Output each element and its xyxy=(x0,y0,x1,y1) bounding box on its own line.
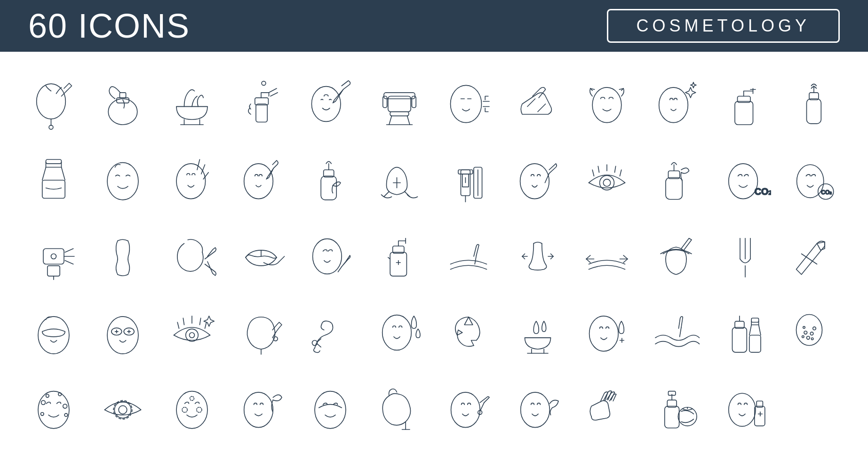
lotion-pump-icon xyxy=(711,66,780,142)
face-eye-mask-icon xyxy=(19,294,88,371)
svg-line-64 xyxy=(620,170,621,176)
laser-device-icon xyxy=(19,218,88,294)
svg-point-146 xyxy=(197,407,202,413)
perfume-bottle-icon xyxy=(88,66,157,142)
svg-line-108 xyxy=(205,322,206,328)
svg-point-136 xyxy=(63,404,67,408)
product-set-icon xyxy=(711,294,780,371)
svg-rect-161 xyxy=(755,406,765,426)
medical-dispenser-icon xyxy=(365,218,434,294)
face-cream-application-icon xyxy=(503,371,573,447)
svg-rect-119 xyxy=(733,327,747,352)
header: 60 ICONS COSMETOLOGY xyxy=(0,0,868,52)
svg-point-134 xyxy=(38,391,69,429)
svg-point-57 xyxy=(520,164,549,199)
face-natural-treatment-icon xyxy=(226,371,295,447)
eyelash-extension-icon xyxy=(573,142,642,218)
face-makeup-brush-icon xyxy=(295,66,365,142)
svg-line-107 xyxy=(199,318,200,325)
svg-point-94 xyxy=(38,317,69,354)
svg-point-139 xyxy=(46,394,49,397)
face-cucumber-mask-icon xyxy=(88,294,157,371)
dropper-bottle-icon xyxy=(780,66,849,142)
svg-point-38 xyxy=(176,164,206,199)
svg-point-78 xyxy=(312,239,342,274)
nose-reshape-icon xyxy=(503,218,573,294)
svg-point-131 xyxy=(803,326,805,328)
hands-cream-icon xyxy=(573,371,642,447)
svg-rect-30 xyxy=(807,99,821,124)
svg-line-39 xyxy=(197,159,200,170)
svg-point-128 xyxy=(811,332,814,335)
svg-rect-73 xyxy=(43,249,64,264)
svg-point-70 xyxy=(797,165,824,198)
svg-point-151 xyxy=(451,392,480,428)
face-pores-spots-icon xyxy=(157,371,226,447)
svg-rect-74 xyxy=(47,266,59,276)
svg-point-76 xyxy=(51,254,56,259)
svg-point-145 xyxy=(182,407,187,413)
eye-lash-sparkle-icon xyxy=(157,294,226,371)
svg-point-102 xyxy=(185,329,198,341)
svg-point-148 xyxy=(244,392,273,428)
face-reduction-icon xyxy=(434,66,503,142)
face-acupuncture-icon xyxy=(157,142,226,218)
svg-rect-16 xyxy=(390,112,409,116)
face-sleep-mask-icon xyxy=(295,371,365,447)
svg-rect-154 xyxy=(665,406,679,428)
svg-point-13 xyxy=(311,87,341,122)
face-moisturizing-icon xyxy=(365,294,434,371)
svg-point-137 xyxy=(40,413,44,416)
lip-filler-icon xyxy=(226,218,295,294)
spa-bowl-icon xyxy=(157,66,226,142)
svg-point-129 xyxy=(807,336,810,340)
svg-point-144 xyxy=(176,391,207,429)
svg-line-105 xyxy=(183,318,184,325)
svg-rect-65 xyxy=(666,178,682,199)
svg-point-142 xyxy=(119,405,127,414)
svg-point-95 xyxy=(107,317,138,354)
face-injection-icon xyxy=(503,142,573,218)
svg-rect-21 xyxy=(412,96,416,108)
svg-line-77 xyxy=(279,256,284,262)
face-acne-icon xyxy=(19,371,88,447)
barber-chair-icon xyxy=(365,66,434,142)
svg-point-22 xyxy=(451,85,482,122)
skin-filler-arrows-icon xyxy=(573,218,642,294)
category-badge: COSMETOLOGY xyxy=(607,9,840,43)
svg-point-127 xyxy=(804,331,807,334)
svg-line-61 xyxy=(598,166,599,172)
pores-nose-icon xyxy=(780,294,849,371)
svg-point-140 xyxy=(58,393,61,396)
hydration-drops-icon xyxy=(365,142,434,218)
svg-rect-36 xyxy=(46,159,61,164)
face-relaxed-icon xyxy=(88,142,157,218)
body-contouring-icon xyxy=(88,218,157,294)
svg-point-138 xyxy=(64,413,68,417)
svg-point-0 xyxy=(36,84,65,119)
face-makeup-tool-icon xyxy=(295,218,365,294)
svg-text:CO₂: CO₂ xyxy=(755,186,771,197)
icons-grid: CO₂ CO₂ xyxy=(0,52,868,461)
face-rejuvenation-icon xyxy=(573,66,642,142)
svg-line-18 xyxy=(407,116,410,125)
organic-serum-icon xyxy=(642,142,711,218)
svg-point-130 xyxy=(813,327,816,330)
head-cap-brush-icon xyxy=(642,218,711,294)
svg-rect-10 xyxy=(256,104,267,122)
svg-point-149 xyxy=(315,391,346,429)
needle-skin-treatment-icon xyxy=(434,218,503,294)
cream-tube-icon xyxy=(19,142,88,218)
serum-citrus-icon xyxy=(642,371,711,447)
svg-point-68 xyxy=(729,164,758,199)
svg-point-111 xyxy=(382,315,412,350)
head-scissors-icon xyxy=(157,218,226,294)
snake-serum-icon xyxy=(295,294,365,371)
eye-treatment-icon xyxy=(88,371,157,447)
svg-rect-125 xyxy=(752,318,759,322)
svg-point-132 xyxy=(812,338,813,340)
svg-point-42 xyxy=(244,164,273,199)
herb-bottle-icon xyxy=(295,142,365,218)
svg-point-12 xyxy=(262,81,266,86)
face-sparkles-icon xyxy=(642,66,711,142)
